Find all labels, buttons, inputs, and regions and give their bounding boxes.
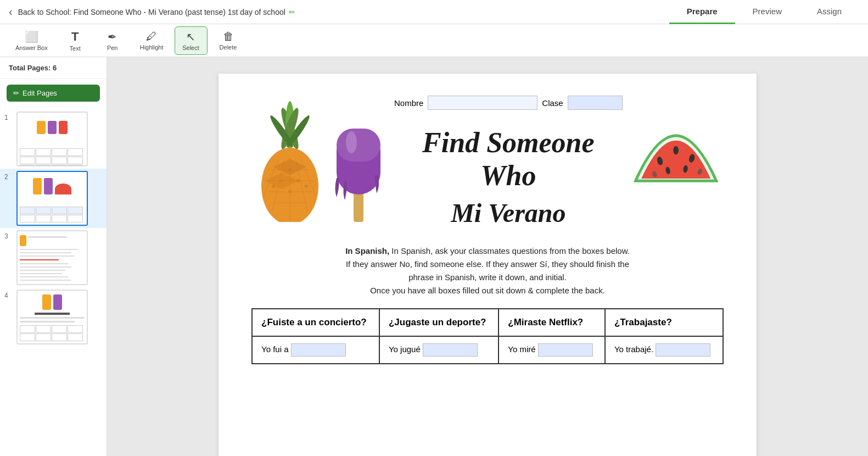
- cell-1-4-input[interactable]: [656, 343, 710, 357]
- tab-preview[interactable]: Preview: [735, 0, 799, 24]
- highlight-icon: 🖊: [146, 30, 157, 43]
- top-nav: ‹ Back to School: Find Someone Who - Mi …: [0, 0, 868, 24]
- col-header-3: ¿Miraste Netflix?: [499, 309, 605, 336]
- cell-1-1-text: Yo fui a: [261, 344, 289, 354]
- main-title-line1: Find Someone Who: [394, 126, 623, 192]
- instructions: In Spanish, In Spanish, ask your classma…: [251, 244, 724, 297]
- page-preview-2: [16, 171, 88, 226]
- svg-rect-23: [337, 129, 380, 162]
- edit-pages-icon: ✏: [13, 89, 19, 97]
- pen-icon: ✒: [108, 30, 117, 43]
- cell-1-2-input[interactable]: [423, 343, 478, 357]
- select-label: Select: [182, 45, 199, 51]
- cell-1-2-text: Yo jugué: [389, 344, 421, 354]
- pages-list: 1: [0, 107, 107, 456]
- col-header-1: ¿Fuiste a un concierto?: [252, 309, 379, 336]
- cell-1-3: Yo miré: [499, 336, 605, 364]
- cell-1-1: Yo fui a: [252, 336, 379, 364]
- svg-point-19: [272, 185, 275, 188]
- svg-point-15: [288, 168, 292, 171]
- instructions-line4: Once you have all boxes filled out sit d…: [251, 284, 724, 297]
- highlight-label: Highlight: [140, 44, 164, 51]
- delete-tool[interactable]: 🗑 Delete: [212, 27, 245, 54]
- page-thumb-2[interactable]: 2: [0, 169, 107, 228]
- clase-input[interactable]: [568, 96, 623, 110]
- title-edit-icon[interactable]: ✏: [289, 8, 295, 16]
- page-num-1: 1: [4, 112, 12, 121]
- tab-prepare[interactable]: Prepare: [669, 0, 735, 24]
- select-icon: ↖: [186, 30, 195, 43]
- header-center: Nombre Clase Find Someone Who Mi Verano: [389, 96, 628, 233]
- nav-tabs: Prepare Preview Assign: [669, 0, 859, 24]
- main-content: Total Pages: 6 ✏ Edit Pages 1: [0, 57, 868, 456]
- highlight-tool[interactable]: 🖊 Highlight: [133, 27, 170, 54]
- total-pages: Total Pages: 6: [0, 57, 107, 79]
- document-page: Nombre Clase Find Someone Who Mi Verano: [219, 74, 757, 456]
- instructions-bold: In Spanish,: [345, 246, 389, 255]
- delete-label: Delete: [220, 44, 237, 51]
- edit-pages-button[interactable]: ✏ Edit Pages: [7, 85, 100, 102]
- cell-1-1-input[interactable]: [291, 343, 346, 357]
- col-header-4: ¿Trabajaste?: [605, 309, 723, 336]
- page-num-3: 3: [4, 230, 12, 240]
- text-tool[interactable]: T Text: [59, 26, 92, 55]
- back-button[interactable]: ‹: [9, 5, 13, 18]
- cell-1-2: Yo jugué: [379, 336, 499, 364]
- svg-point-26: [673, 146, 679, 154]
- clase-label: Clase: [542, 98, 563, 108]
- svg-point-16: [280, 179, 283, 182]
- answer-box-tool[interactable]: ⬜ Answer Box: [9, 27, 54, 54]
- instructions-line3: phrase in Spanish, write it down, and in…: [251, 271, 724, 284]
- svg-point-20: [305, 185, 308, 188]
- cell-1-4-text: Yo trabajé.: [614, 344, 653, 354]
- title-text: Back to School: Find Someone Who - Mi Ve…: [18, 8, 285, 16]
- tab-assign[interactable]: Assign: [799, 0, 859, 24]
- pen-tool[interactable]: ✒ Pen: [96, 27, 129, 54]
- svg-rect-21: [354, 192, 363, 222]
- page-thumb-1[interactable]: 1: [0, 109, 107, 169]
- page-num-4: 4: [4, 290, 12, 299]
- col-header-2: ¿Jugaste un deporte?: [379, 309, 499, 336]
- instructions-line1: In Spanish, ask your classmates question…: [391, 246, 630, 255]
- page-thumb-4[interactable]: 4: [0, 287, 107, 347]
- page-preview-4: [16, 290, 88, 344]
- sidebar: Total Pages: 6 ✏ Edit Pages 1: [0, 57, 107, 456]
- toolbar: ⬜ Answer Box T Text ✒ Pen 🖊 Highlight ↖ …: [0, 24, 868, 57]
- instructions-line2: If they answer No, find someone else. If…: [251, 258, 724, 271]
- pen-label: Pen: [107, 45, 118, 51]
- page-preview-3: [16, 230, 88, 285]
- nombre-input[interactable]: [428, 96, 537, 110]
- svg-point-18: [288, 190, 292, 193]
- document-title: Back to School: Find Someone Who - Mi Ve…: [18, 8, 669, 16]
- cell-1-3-text: Yo miré: [508, 344, 535, 354]
- edit-pages-label: Edit Pages: [23, 89, 57, 97]
- text-label: Text: [70, 45, 81, 52]
- delete-icon: 🗑: [223, 30, 234, 43]
- popsicle-image: [328, 96, 389, 222]
- table-header-row: ¿Fuiste a un concierto? ¿Jugaste un depo…: [252, 309, 723, 336]
- document-area: Nombre Clase Find Someone Who Mi Verano: [107, 57, 868, 456]
- answer-box-icon: ⬜: [25, 30, 38, 43]
- table-row-1: Yo fui a Yo jugué Yo miré Yo tra: [252, 336, 723, 364]
- page-thumb-3[interactable]: 3: [0, 228, 107, 287]
- header-left-images: [251, 96, 389, 222]
- watermelon-image: [628, 96, 724, 192]
- pineapple-image: [251, 96, 328, 222]
- nombre-label: Nombre: [394, 98, 423, 108]
- svg-point-17: [296, 179, 300, 182]
- main-title-line2: Mi Verano: [394, 198, 623, 228]
- select-tool[interactable]: ↖ Select: [175, 26, 208, 55]
- activity-table: ¿Fuiste a un concierto? ¿Jugaste un depo…: [251, 308, 724, 364]
- page-preview-1: [16, 112, 88, 166]
- svg-point-24: [346, 131, 357, 153]
- page-num-2: 2: [4, 171, 12, 181]
- cell-1-4: Yo trabajé.: [605, 336, 723, 364]
- cell-1-3-input[interactable]: [538, 343, 593, 357]
- answer-box-label: Answer Box: [15, 45, 48, 51]
- text-icon: T: [71, 30, 79, 44]
